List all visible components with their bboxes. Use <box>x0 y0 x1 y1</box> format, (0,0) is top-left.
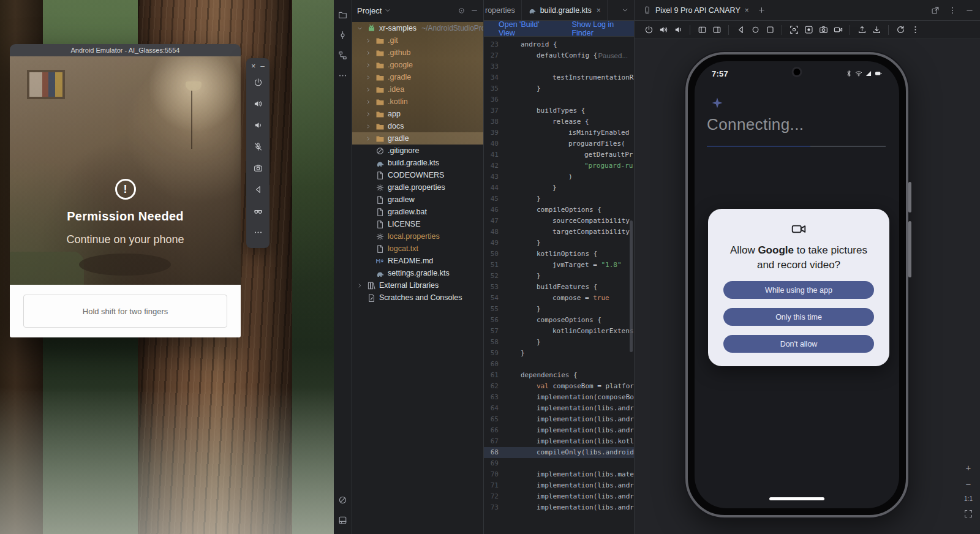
tree-item-local-properties[interactable]: local.properties <box>352 230 483 243</box>
line-number[interactable]: 51 <box>484 260 499 271</box>
line-number[interactable]: 47 <box>484 216 499 227</box>
tree-item-gradlew-bat[interactable]: gradlew.bat <box>352 206 483 218</box>
tab-build-gradle-kts[interactable]: build.gradle.kts × <box>522 0 608 20</box>
line-number[interactable]: 36 <box>484 94 499 105</box>
line-number[interactable]: 37 <box>484 105 499 116</box>
tree-item-codeowners[interactable]: CODEOWNERS <box>352 169 483 181</box>
line-number[interactable]: 23 <box>484 39 499 50</box>
folder-tab-icon[interactable] <box>335 5 351 25</box>
more-h-icon[interactable] <box>254 222 263 243</box>
hide-panel-icon[interactable] <box>470 7 478 15</box>
line-number[interactable]: 56 <box>484 315 499 326</box>
more-v-icon[interactable] <box>908 23 922 37</box>
line-number[interactable]: 70 <box>484 469 499 480</box>
line-number[interactable]: 53 <box>484 282 499 293</box>
project-panel-title[interactable]: Project <box>357 6 382 15</box>
glasses-icon[interactable] <box>254 200 263 222</box>
volume-up-icon[interactable] <box>254 93 263 115</box>
tab-pixel-9-pro[interactable]: Pixel 9 Pro API CANARY × <box>641 0 752 20</box>
line-number[interactable]: 57 <box>484 326 499 337</box>
line-number[interactable]: 55 <box>484 304 499 315</box>
console-icon[interactable] <box>335 490 351 510</box>
hidden-tabs-chevron-icon[interactable] <box>621 6 634 14</box>
editor-scrollbar[interactable] <box>630 220 633 352</box>
line-number[interactable]: 52 <box>484 271 499 282</box>
power-icon[interactable] <box>254 72 263 93</box>
line-number[interactable]: 67 <box>484 436 499 447</box>
close-tab-icon[interactable]: × <box>745 6 749 15</box>
structure-icon[interactable] <box>335 45 351 66</box>
tree-item-google[interactable]: .google <box>352 59 483 71</box>
line-number[interactable]: 40 <box>484 138 499 149</box>
commit-icon[interactable] <box>335 25 351 45</box>
restore-icon[interactable] <box>894 23 907 37</box>
minimize-icon[interactable]: – <box>260 62 265 70</box>
zoom-out-button[interactable]: − <box>966 479 971 489</box>
tree-item-gradle-properties[interactable]: gradle.properties <box>352 181 483 194</box>
line-number[interactable]: 69 <box>484 458 499 469</box>
tree-item-readme-md[interactable]: README.md <box>352 255 483 267</box>
camera-icon[interactable] <box>816 23 830 37</box>
battery-icon[interactable] <box>875 70 882 77</box>
fold-out-icon[interactable] <box>710 23 723 37</box>
hide-panel-icon[interactable] <box>965 6 974 15</box>
close-tab-icon[interactable]: × <box>597 6 601 15</box>
show-log-in-finder-link[interactable]: Show Log in Finder <box>571 20 634 37</box>
line-number[interactable]: 38 <box>484 116 499 127</box>
close-icon[interactable]: × <box>251 62 255 70</box>
phone-screen[interactable]: 7:57 Connecting... Allow Google to ta <box>695 61 899 508</box>
tree-item-xr-samples[interactable]: xr-samples~/AndroidStudioProj <box>352 22 483 34</box>
line-number[interactable]: 43 <box>484 171 499 182</box>
tree-item-docs[interactable]: docs <box>352 120 483 132</box>
tree-item-scratches-and-consoles[interactable]: Scratches and Consoles <box>352 291 483 304</box>
line-number[interactable]: 42 <box>484 160 499 171</box>
line-number[interactable]: 27 <box>484 50 499 61</box>
bluetooth-icon[interactable] <box>845 70 853 77</box>
tree-item-kotlin[interactable]: .kotlin <box>352 96 483 108</box>
tree-item-gitignore[interactable]: .gitignore <box>352 145 483 157</box>
line-number[interactable]: 46 <box>484 205 499 216</box>
tree-item-idea[interactable]: .idea <box>352 83 483 96</box>
line-number[interactable]: 44 <box>484 182 499 194</box>
chevron-down-icon[interactable] <box>384 7 391 14</box>
emulator-titlebar[interactable]: Android Emulator - AI_Glasses:5554 <box>10 44 241 56</box>
tree-item-logcat-txt[interactable]: logcat.txt <box>352 243 483 255</box>
tab-gradle-properties[interactable]: roperties <box>484 0 522 20</box>
line-number[interactable]: 58 <box>484 337 499 348</box>
video-icon[interactable] <box>831 23 845 37</box>
camera-icon[interactable] <box>254 157 263 179</box>
line-number[interactable]: 61 <box>484 370 499 381</box>
back-icon[interactable] <box>734 23 747 37</box>
line-number[interactable]: 71 <box>484 480 499 491</box>
record-icon[interactable] <box>802 23 815 37</box>
locate-file-icon[interactable] <box>458 7 466 15</box>
fit-to-window-icon[interactable] <box>964 510 973 518</box>
don-t-allow-button[interactable]: Don't allow <box>723 335 874 353</box>
screenshot-icon[interactable] <box>787 23 801 37</box>
only-this-time-button[interactable]: Only this time <box>723 308 874 326</box>
line-number[interactable]: 33 <box>484 61 499 72</box>
tree-item-gradlew[interactable]: gradlew <box>352 194 483 206</box>
line-number[interactable]: 35 <box>484 83 499 94</box>
volume-down-icon[interactable] <box>671 23 685 37</box>
volume-down-icon[interactable] <box>254 115 263 136</box>
line-number[interactable]: 54 <box>484 293 499 304</box>
tree-item-settings-gradle-kts[interactable]: settings.gradle.kts <box>352 267 483 279</box>
tree-item-external-libraries[interactable]: External Libraries <box>352 279 483 291</box>
tree-item-app[interactable]: app <box>352 108 483 120</box>
line-number[interactable]: 50 <box>484 249 499 260</box>
tree-item-gradle[interactable]: .gradle <box>352 71 483 83</box>
panel-icon[interactable] <box>335 510 351 530</box>
line-number[interactable]: 48 <box>484 227 499 238</box>
line-number[interactable]: 34 <box>484 72 499 83</box>
open-build-view-link[interactable]: Open 'Build' View <box>499 20 554 37</box>
tree-item-github[interactable]: .github <box>352 47 483 59</box>
fold-icon[interactable] <box>695 23 709 37</box>
line-number[interactable]: 73 <box>484 502 499 513</box>
back-icon[interactable] <box>254 179 263 200</box>
line-number[interactable]: 59 <box>484 348 499 359</box>
line-number[interactable]: 62 <box>484 381 499 392</box>
line-number[interactable]: 66 <box>484 425 499 436</box>
zoom-reset-button[interactable]: 1:1 <box>964 496 973 502</box>
add-device-tab-icon[interactable] <box>758 6 766 14</box>
